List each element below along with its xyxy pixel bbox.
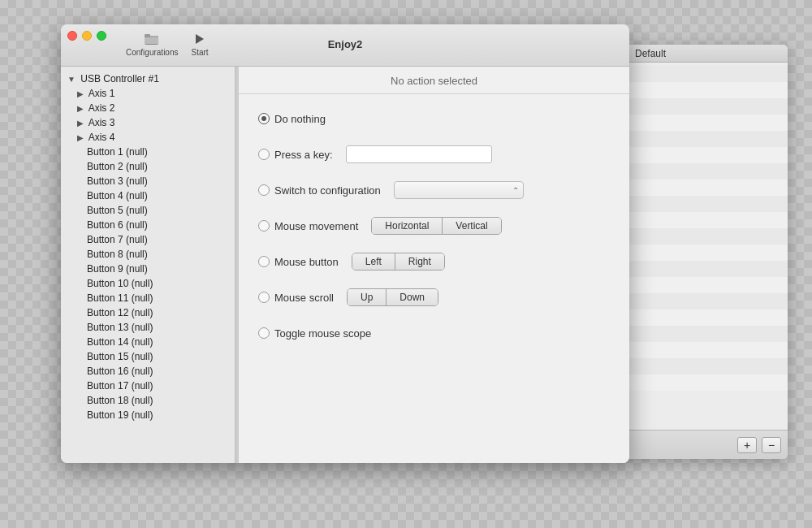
- sidebar-item-button16[interactable]: Button 16 (null): [61, 364, 235, 379]
- remove-config-button[interactable]: −: [762, 437, 781, 453]
- close-button[interactable]: [67, 31, 77, 41]
- sidebar-item-button2[interactable]: Button 2 (null): [61, 159, 235, 174]
- list-item[interactable]: [625, 293, 788, 309]
- list-item[interactable]: [625, 196, 788, 212]
- start-label: Start: [191, 48, 208, 57]
- sidebar-item-button4[interactable]: Button 4 (null): [61, 188, 235, 203]
- switch-config-controls: ⌃: [394, 181, 524, 199]
- mouse-scroll-up-button[interactable]: Up: [348, 289, 387, 305]
- list-item[interactable]: [625, 228, 788, 245]
- radio-mouse-scroll[interactable]: [258, 292, 270, 303]
- sidebar-item-button13[interactable]: Button 13 (null): [61, 320, 235, 335]
- sidebar-item-button19[interactable]: Button 19 (null): [61, 408, 235, 422]
- sidebar-item-button17[interactable]: Button 17 (null): [61, 379, 235, 393]
- sidebar-item-button1[interactable]: Button 1 (null): [61, 145, 235, 159]
- list-item[interactable]: [625, 66, 788, 82]
- configurations-toolbar-item[interactable]: Configurations: [126, 31, 178, 57]
- sidebar-item-button15[interactable]: Button 15 (null): [61, 349, 235, 364]
- option-mouse-button: Mouse button Left Right: [258, 250, 610, 273]
- sidebar-item-button9[interactable]: Button 9 (null): [61, 262, 235, 276]
- minimize-button[interactable]: [82, 31, 92, 41]
- default-window: Default + −: [625, 45, 788, 459]
- label-mouse-scroll: Mouse scroll: [274, 292, 334, 304]
- radio-switch-config[interactable]: [258, 184, 270, 196]
- mouse-scroll-controls: Up Down: [347, 288, 438, 306]
- resize-handle[interactable]: [235, 67, 239, 463]
- option-toggle-mouse-scope: Toggle mouse scope: [258, 322, 610, 344]
- list-item[interactable]: [625, 309, 788, 326]
- detail-panel: No action selected Do nothing Press a ke…: [239, 67, 629, 463]
- radio-mouse-button[interactable]: [258, 256, 270, 267]
- sidebar-item-button11[interactable]: Button 11 (null): [61, 291, 235, 305]
- titlebar: Configurations Start Enjoy2: [61, 24, 629, 67]
- sidebar-item-button10[interactable]: Button 10 (null): [61, 276, 235, 291]
- list-item[interactable]: [625, 163, 788, 180]
- mouse-button-controls: Left Right: [352, 253, 445, 270]
- list-item[interactable]: [625, 342, 788, 358]
- detail-body: Do nothing Press a key: Switch to config…: [239, 94, 629, 357]
- svg-marker-4: [196, 34, 204, 44]
- sidebar-item-button3[interactable]: Button 3 (null): [61, 174, 235, 188]
- list-item[interactable]: [625, 82, 788, 98]
- sidebar-item-axis3[interactable]: ▶ Axis 3: [61, 115, 235, 130]
- sidebar-item-button8[interactable]: Button 8 (null): [61, 247, 235, 262]
- list-item[interactable]: [625, 180, 788, 196]
- press-key-input[interactable]: [346, 145, 492, 163]
- label-do-nothing: Do nothing: [274, 113, 326, 125]
- maximize-button[interactable]: [97, 31, 106, 41]
- svg-rect-3: [145, 34, 150, 37]
- list-item[interactable]: [625, 374, 788, 391]
- sidebar-item-axis1[interactable]: ▶ Axis 1: [61, 86, 235, 101]
- list-item[interactable]: [625, 277, 788, 293]
- default-window-content: [625, 63, 788, 394]
- label-mouse-button: Mouse button: [274, 256, 339, 268]
- sidebar-item-button6[interactable]: Button 6 (null): [61, 218, 235, 232]
- option-switch-config: Switch to configuration ⌃: [258, 179, 610, 201]
- start-icon: [192, 31, 208, 47]
- expand-arrow-icon: ▶: [77, 133, 84, 142]
- expand-arrow-icon: ▶: [77, 89, 84, 98]
- sidebar-item-button14[interactable]: Button 14 (null): [61, 335, 235, 349]
- list-item[interactable]: [625, 147, 788, 163]
- default-window-title: Default: [635, 48, 666, 59]
- add-config-button[interactable]: +: [737, 437, 757, 453]
- sidebar: ▼ USB Controller #1 ▶ Axis 1 ▶ Axis 2 ▶ …: [61, 67, 235, 463]
- config-dropdown[interactable]: [394, 181, 524, 199]
- list-item[interactable]: [625, 98, 788, 115]
- option-do-nothing: Do nothing: [258, 107, 610, 130]
- label-mouse-movement: Mouse movement: [274, 220, 358, 232]
- desktop: Default + −: [0, 0, 812, 528]
- list-item[interactable]: [625, 212, 788, 228]
- radio-press-key[interactable]: [258, 149, 270, 160]
- mouse-button-segmented: Left Right: [352, 253, 445, 270]
- mouse-movement-vertical-button[interactable]: Vertical: [443, 218, 500, 234]
- mouse-button-left-button[interactable]: Left: [352, 253, 395, 270]
- radio-toggle-mouse-scope[interactable]: [258, 327, 270, 339]
- list-item[interactable]: [625, 326, 788, 342]
- sidebar-item-button5[interactable]: Button 5 (null): [61, 203, 235, 218]
- mouse-button-right-button[interactable]: Right: [395, 253, 444, 270]
- mouse-movement-horizontal-button[interactable]: Horizontal: [372, 218, 443, 234]
- list-item[interactable]: [625, 115, 788, 131]
- list-item[interactable]: [625, 245, 788, 261]
- list-item[interactable]: [625, 261, 788, 277]
- expand-arrow-icon: ▶: [77, 119, 84, 128]
- press-key-controls: [346, 145, 492, 163]
- sidebar-item-button18[interactable]: Button 18 (null): [61, 393, 235, 408]
- sidebar-item-controller[interactable]: ▼ USB Controller #1: [61, 71, 235, 86]
- sidebar-item-axis2[interactable]: ▶ Axis 2: [61, 101, 235, 115]
- default-window-footer: + −: [625, 430, 788, 459]
- main-content: ▼ USB Controller #1 ▶ Axis 1 ▶ Axis 2 ▶ …: [61, 67, 629, 463]
- radio-mouse-movement[interactable]: [258, 220, 270, 232]
- mouse-movement-segmented: Horizontal Vertical: [371, 217, 501, 235]
- start-toolbar-item[interactable]: Start: [191, 31, 208, 57]
- toolbar-buttons: Configurations Start: [126, 31, 209, 57]
- list-item[interactable]: [625, 358, 788, 374]
- sidebar-item-button7[interactable]: Button 7 (null): [61, 232, 235, 247]
- mouse-scroll-down-button[interactable]: Down: [387, 289, 438, 305]
- sidebar-item-axis4[interactable]: ▶ Axis 4: [61, 130, 235, 145]
- radio-do-nothing[interactable]: [258, 113, 270, 124]
- sidebar-item-button12[interactable]: Button 12 (null): [61, 305, 235, 320]
- list-item[interactable]: [625, 131, 788, 147]
- expand-arrow-icon: ▼: [67, 75, 76, 84]
